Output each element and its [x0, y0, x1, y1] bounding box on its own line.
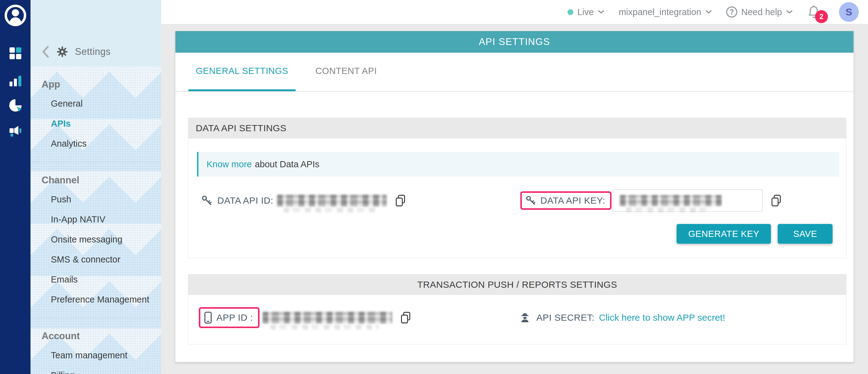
sidebar-item-push[interactable]: Push: [31, 190, 161, 209]
icon-rail: [0, 0, 31, 374]
api-secret-label: API SECRET:: [536, 312, 595, 323]
sidebar-title: Settings: [75, 46, 111, 57]
app-id-label: APP ID :: [216, 312, 253, 323]
sidebar-item-apis[interactable]: APIs: [31, 114, 161, 134]
save-button[interactable]: SAVE: [778, 224, 833, 244]
nav-group-app: App General APIs Analytics: [31, 67, 161, 162]
data-api-key-value-redacted: [620, 195, 721, 206]
data-api-section-body: Know more about Data APIs DATA API ID:: [188, 138, 846, 258]
transaction-section-title: TRANSACTION PUSH / REPORTS SETTINGS: [188, 274, 846, 295]
data-api-key-input[interactable]: [613, 190, 763, 212]
app-id-value-redacted: [262, 312, 392, 324]
help-label: Need help: [741, 7, 782, 17]
help-menu[interactable]: ? Need help: [726, 6, 793, 18]
data-api-key-label: DATA API KEY:: [540, 195, 605, 206]
sidebar-item-emails[interactable]: Emails: [31, 270, 161, 290]
project-selector[interactable]: mixpanel_integration: [619, 7, 712, 17]
page-background: API SETTINGS GENERAL SETTINGS CONTENT AP…: [161, 25, 868, 374]
user-avatar[interactable]: S: [839, 2, 859, 22]
settings-sidebar: Settings App General APIs Analytics Chan…: [31, 0, 161, 374]
tab-bar: GENERAL SETTINGS CONTENT API: [176, 53, 854, 92]
key-icon: [201, 195, 212, 206]
live-status-dot: [567, 9, 573, 15]
api-secret-field: API SECRET: Click here to show APP secre…: [519, 312, 839, 324]
sidebar-item-billing[interactable]: Billing: [31, 365, 161, 374]
data-api-id-field: DATA API ID:: [197, 194, 520, 207]
app-id-highlight-box: APP ID :: [199, 307, 259, 328]
data-api-row: DATA API ID:: [197, 190, 839, 212]
campaigns-megaphone-icon[interactable]: [8, 123, 23, 137]
sidebar-item-sms-connector[interactable]: SMS & connector: [31, 249, 161, 270]
generate-key-button[interactable]: GENERATE KEY: [677, 224, 771, 244]
back-chevron-icon[interactable]: [41, 45, 50, 58]
environment-label: Live: [577, 7, 594, 17]
data-api-id-value-redacted: [277, 195, 387, 206]
dashboard-icon[interactable]: [8, 46, 23, 60]
reports-pie-icon[interactable]: [8, 98, 23, 113]
settings-nav: App General APIs Analytics Channel Push …: [31, 67, 161, 374]
know-more-link[interactable]: Know more: [207, 159, 252, 169]
chevron-down-icon: [598, 10, 604, 14]
notifications-button[interactable]: 2: [807, 5, 820, 20]
app-id-field: APP ID :: [197, 307, 519, 328]
page-title: API SETTINGS: [176, 31, 854, 53]
sidebar-item-inapp-nativ[interactable]: In-App NATIV: [31, 209, 161, 230]
data-api-key-field: DATA API KEY:: [520, 190, 839, 212]
data-api-section-title: DATA API SETTINGS: [188, 118, 846, 138]
nav-heading-account: Account: [41, 331, 161, 342]
gear-icon: [56, 46, 68, 58]
copy-icon[interactable]: [395, 194, 406, 207]
api-settings-card: API SETTINGS GENERAL SETTINGS CONTENT AP…: [175, 31, 854, 362]
tab-content-api[interactable]: CONTENT API: [308, 53, 384, 91]
know-more-text: about Data APIs: [255, 159, 320, 169]
copy-icon[interactable]: [400, 311, 411, 324]
sidebar-item-analytics[interactable]: Analytics: [31, 134, 161, 154]
nav-group-channel: Channel Push In-App NATIV Onsite messagi…: [31, 162, 161, 318]
know-more-infobox: Know more about Data APIs: [197, 152, 839, 176]
data-api-id-label: DATA API ID:: [217, 195, 273, 206]
show-app-secret-link[interactable]: Click here to show APP secret!: [599, 312, 725, 323]
topbar: Live mixpanel_integration ? Need help 2 …: [161, 0, 868, 25]
sidebar-item-onsite-messaging[interactable]: Onsite messaging: [31, 230, 161, 249]
mobile-phone-icon: [204, 311, 212, 324]
nav-heading-channel: Channel: [41, 175, 161, 186]
question-circle-icon: ?: [726, 6, 737, 18]
transaction-section-body: APP ID :: [188, 295, 846, 344]
settings-sidebar-header: Settings: [31, 0, 161, 67]
buttons-row: GENERATE KEY SAVE: [197, 224, 839, 244]
nav-group-account: Account Team management Billing: [31, 318, 161, 374]
chevron-down-icon: [705, 10, 712, 14]
nav-heading-app: App: [41, 79, 161, 90]
notification-count-badge: 2: [815, 10, 828, 23]
sidebar-item-preference-management[interactable]: Preference Management: [31, 290, 161, 310]
project-name: mixpanel_integration: [619, 7, 701, 17]
data-api-settings-section: DATA API SETTINGS Know more about Data A…: [188, 118, 846, 258]
chevron-down-icon: [786, 10, 793, 14]
sidebar-item-general[interactable]: General: [31, 94, 161, 114]
data-api-key-highlight-box: DATA API KEY:: [520, 191, 612, 210]
key-icon: [526, 195, 536, 206]
brand-logo-icon[interactable]: [4, 4, 27, 27]
sidebar-item-team-management[interactable]: Team management: [31, 345, 161, 365]
environment-selector[interactable]: Live: [567, 7, 604, 17]
copy-icon[interactable]: [771, 194, 782, 207]
spy-icon: [519, 312, 531, 324]
analytics-icon[interactable]: [8, 73, 23, 88]
card-body: DATA API SETTINGS Know more about Data A…: [176, 92, 854, 344]
tab-general-settings[interactable]: GENERAL SETTINGS: [188, 53, 296, 91]
transaction-settings-section: TRANSACTION PUSH / REPORTS SETTINGS APP …: [188, 274, 846, 344]
